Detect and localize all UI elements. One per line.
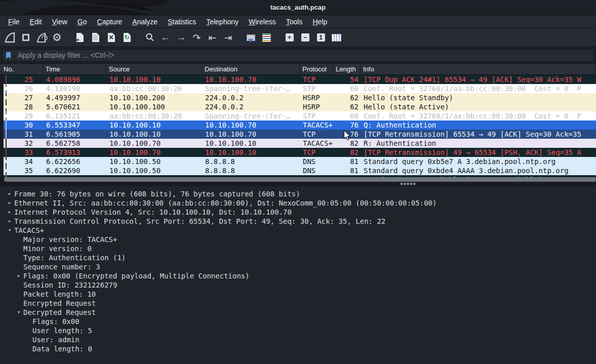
column-header-destination[interactable]: Destination [202,64,300,74]
column-header-time[interactable]: Time [43,64,106,74]
packet-row[interactable]: 326.56275810.10.100.7010.10.100.10TACACS… [4,139,596,148]
packet-row[interactable]: 264.130190aa:bb:cc:00:30:20Spanning-tree… [4,84,596,93]
go-back-icon: ← [161,32,170,43]
detail-line[interactable]: Sequence number: 3 [0,262,596,271]
expand-down-icon[interactable]: ▾ [14,308,23,317]
resize-columns-button[interactable] [329,30,344,45]
packet-cell-source: aa:bb:cc:00:30:20 [106,111,202,120]
auto-scroll-button[interactable] [243,30,259,45]
packet-row[interactable]: 356.62269010.10.100.508.8.8.8DNS81Standa… [4,166,596,175]
go-last-button[interactable]: ⇥ [220,30,236,45]
zoom-in-button[interactable]: + [282,30,297,45]
packet-cell-no: 25 [4,75,43,84]
open-file-button[interactable]: ➥ [72,30,88,45]
go-first-button[interactable]: ⇤ [205,30,220,45]
zoom-in-icon: + [286,33,294,42]
detail-line[interactable]: Minor version: 0 [0,244,596,253]
menu-help[interactable]: Help [307,17,332,27]
packet-row[interactable]: 254.08989610.10.100.1010.10.100.70TCP54[… [4,75,596,84]
expand-right-icon[interactable]: ▸ [5,198,14,208]
display-filter-input[interactable] [15,51,593,59]
menu-wireless[interactable]: Wireless [244,17,281,27]
packet-row[interactable]: 285.67062110.10.100.100224.0.0.2HSRP62He… [4,102,596,111]
detail-line[interactable]: Major version: TACACS+ [0,235,596,244]
capture-options-button[interactable]: ⚙ [49,30,65,45]
detail-line[interactable]: ▸Frame 30: 76 bytes on wire (608 bits), … [0,189,596,198]
reload-file-button[interactable]: ↻ [119,30,135,45]
packet-row[interactable]: 336.57391310.10.100.7010.10.100.10TCP82[… [4,148,596,157]
column-header-info[interactable]: Info [361,64,596,74]
open-file-icon: ➥ [76,33,84,42]
splitter-grip-icon: ■■■■■ [400,182,416,186]
detail-line[interactable]: User: admin [0,335,596,344]
save-file-button[interactable] [88,30,103,45]
detail-line[interactable]: ▸Ethernet II, Src: aa:bb:cc:80:30:00 (aa… [0,198,596,208]
packet-cell-no: 30 [4,120,43,130]
filter-bookmark-icon[interactable] [3,50,15,61]
detail-line[interactable]: ▾TACACS+ [0,226,596,235]
reload-file-icon: ↻ [124,33,131,42]
title-bar: tacacs_auth.pcap [0,0,596,15]
go-forward-icon: → [176,32,186,43]
packet-row[interactable]: 346.62265610.10.100.508.8.8.8DNS81Standa… [4,157,596,166]
packet-row[interactable]: 274.49399710.10.100.200224.0.0.2HSRP62He… [4,93,596,102]
go-back-button[interactable]: ← [157,30,173,45]
menu-capture[interactable]: Capture [92,17,128,27]
packet-row[interactable]: 306.55334710.10.100.1010.10.100.70TACACS… [4,120,596,130]
packet-row[interactable]: 296.135121aa:bb:cc:00:30:20Spanning-tree… [4,111,596,120]
restart-capture-button[interactable] [33,30,49,45]
menu-file[interactable]: File [3,17,25,27]
detail-line[interactable]: Type: Authentication (1) [0,253,596,262]
expand-down-icon[interactable]: ▾ [5,226,14,235]
detail-line[interactable]: Packet length: 10 [0,290,596,299]
find-packet-button[interactable] [142,30,157,45]
detail-line[interactable]: Flags: 0x00 [0,317,596,326]
expand-right-icon[interactable]: ▸ [5,217,14,226]
detail-line[interactable]: ▸Transmission Control Protocol, Src Port… [0,217,596,226]
zoom-out-button[interactable]: − [297,30,313,45]
horizontal-scrollbar[interactable] [0,177,596,182]
zoom-original-button[interactable]: 1 [313,30,329,45]
horizontal-scrollbar-thumb[interactable] [4,177,596,182]
detail-line[interactable]: User length: 5 [0,326,596,335]
packet-cell-source: 10.10.100.50 [106,157,202,166]
detail-line[interactable]: ▾Decrypted Request [0,308,596,317]
detail-line[interactable]: Encrypted Request [0,299,596,308]
colorize-button[interactable] [259,30,274,45]
detail-line[interactable]: ▸Flags: 0x00 (Encrypted payload, Multipl… [0,271,596,280]
expand-right-icon[interactable]: ▸ [14,271,23,280]
packet-row[interactable]: 316.56190510.10.100.1010.10.100.70TCP76[… [4,130,596,139]
menu-view[interactable]: View [47,17,72,27]
start-capture-button[interactable] [2,30,18,45]
expand-right-icon[interactable]: ▸ [5,189,14,198]
menu-edit[interactable]: Edit [25,17,47,27]
packet-cell-time: 6.135121 [43,111,106,120]
detail-line[interactable]: ▸Internet Protocol Version 4, Src: 10.10… [0,208,596,217]
detail-line[interactable]: Session ID: 2321226279 [0,280,596,290]
packet-cell-info: Standard query 0xbde4 AAAA 3.debian.pool… [361,166,596,175]
column-header-protocol[interactable]: Protocol [300,64,333,74]
display-filter-box[interactable] [2,49,594,62]
menu-telephony[interactable]: Telephony [201,17,244,27]
menu-analyze[interactable]: Analyze [127,17,163,27]
packet-cell-time: 6.561905 [43,130,106,139]
detail-text: Transmission Control Protocol, Src Port:… [14,217,385,226]
column-header-source[interactable]: Source [106,64,202,74]
detail-line[interactable]: Data length: 0 [0,344,596,353]
menu-tools[interactable]: Tools [281,17,308,27]
column-header-length[interactable]: Length [333,64,361,74]
menu-go[interactable]: Go [72,17,92,27]
go-to-packet-button[interactable]: ↷ [189,30,205,45]
detail-indent-spacer [14,244,23,253]
go-forward-button[interactable]: → [173,30,189,45]
stop-capture-button[interactable] [18,30,33,45]
expand-right-icon[interactable]: ▸ [5,208,14,217]
pane-splitter[interactable]: ■■■■■ [0,182,596,186]
column-header-no[interactable]: No. [4,64,43,74]
detail-indent-spacer [23,317,32,326]
packet-cell-time: 6.622690 [43,166,106,175]
close-file-button[interactable]: ✕ [103,30,119,45]
detail-indent-spacer [23,344,32,353]
menu-statistics[interactable]: Statistics [163,17,201,27]
packet-cell-length: 82 [333,139,361,148]
